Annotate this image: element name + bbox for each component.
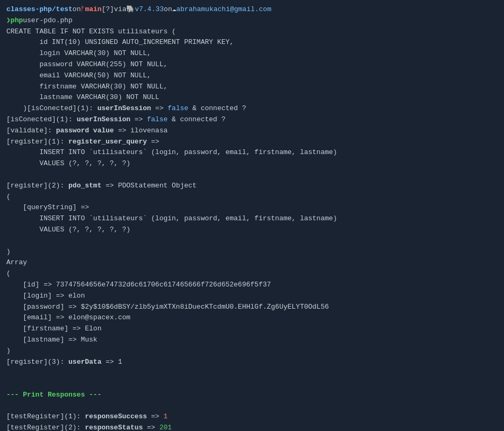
output-line-9: [isConected](1): userInSession => false …	[6, 114, 498, 125]
empty-line-1	[6, 169, 498, 181]
output-line-18: VALUES (?, ?, ?, ?, ?)	[6, 225, 498, 236]
empty-line-3	[6, 367, 498, 379]
output-line-26: [firstname] => Elon	[6, 324, 498, 335]
output-line-20: Array	[6, 257, 498, 268]
output-line-28: )	[6, 346, 498, 357]
cmd-php: php	[11, 15, 23, 26]
prompt-cloud-icon-1: ☁	[172, 4, 176, 15]
output-line-23: [login] => elon	[6, 291, 498, 302]
prompt-line-1: classes-php/test on ᚠ main [?] via 🐘 v7.…	[6, 4, 498, 15]
output-separator: --- Print Responses ---	[6, 390, 498, 401]
output-line-8: )[isConected](1): userInSession => false…	[6, 103, 498, 114]
output-line-14: [register](2): pdo_stmt => PDOStatement …	[6, 181, 498, 192]
output-line-19: )	[6, 247, 498, 258]
empty-line-5	[6, 401, 498, 412]
output-line-1: CREATE TABLE IF NOT EXISTS utilisateurs …	[6, 26, 498, 38]
output-line-12: INSERT INTO `utilisateurs` (login, passw…	[6, 147, 498, 158]
command-line-1: ❯ php user-pdo.php	[6, 15, 498, 26]
output-line-22: [id] => 73747564656e74732d6c61706c617465…	[6, 280, 498, 291]
prompt-interrogation-1: [?]	[102, 4, 114, 15]
prompt-email-1: abrahamukachi@gmail.com	[176, 4, 271, 15]
prompt-branch-1: main	[85, 4, 101, 15]
output-line-10: [validate]: password value => ilovenasa	[6, 125, 498, 137]
output-line-24: [password] => $2y$10$6dBSY/zlb5yimXTXn8i…	[6, 302, 498, 313]
prompt-arrow-1: ❯	[6, 15, 11, 26]
terminal: classes-php/test on ᚠ main [?] via 🐘 v7.…	[6, 4, 498, 431]
output-line-15: (	[6, 192, 498, 203]
output-line-5: email VARCHAR(50) NOT NULL,	[6, 70, 498, 82]
prompt-directory-1: classes-php/test	[6, 4, 73, 15]
prompt-cloud-on-1: on	[164, 4, 172, 15]
output-line-21: (	[6, 268, 498, 280]
empty-line-4	[6, 379, 498, 390]
output-line-13: VALUES (?, ?, ?, ?, ?)	[6, 158, 498, 169]
output-line-25: [email] => elon@spacex.com	[6, 312, 498, 324]
output-line-3: login VARCHAR(30) NOT NULL,	[6, 48, 498, 59]
cmd-filename: user-pdo.php	[23, 15, 73, 26]
prompt-branch-icon-1: ᚠ	[81, 4, 85, 15]
output-line-17: INSERT INTO `utilisateurs` (login, passw…	[6, 213, 498, 225]
output-line-30: [testRegister](1): responseSuccess => 1	[6, 411, 498, 423]
output-line-29: [register](3): userData => 1	[6, 357, 498, 368]
output-line-16: [queryString] =>	[6, 202, 498, 213]
output-line-6: firstname VARCHAR(30) NOT NULL,	[6, 82, 498, 93]
prompt-on-1: on	[73, 4, 81, 15]
output-line-27: [lastname] => Musk	[6, 335, 498, 346]
prompt-php-icon-1: 🐘	[126, 4, 135, 15]
output-line-31: [testRegister](2): responseStatus => 201	[6, 423, 498, 431]
output-block: CREATE TABLE IF NOT EXISTS utilisateurs …	[6, 26, 498, 431]
output-line-7: lastname VARCHAR(30) NOT NULL	[6, 92, 498, 103]
prompt-via-1: via	[114, 4, 126, 15]
prompt-php-ver-1: v7.4.33	[135, 4, 164, 15]
output-line-2: id INT(10) UNSIGNED AUTO_INCREMENT PRIMA…	[6, 37, 498, 48]
empty-line-2	[6, 236, 498, 247]
output-line-4: password VARCHAR(255) NOT NULL,	[6, 59, 498, 70]
output-line-11: [register](1): register_user_query =>	[6, 137, 498, 148]
